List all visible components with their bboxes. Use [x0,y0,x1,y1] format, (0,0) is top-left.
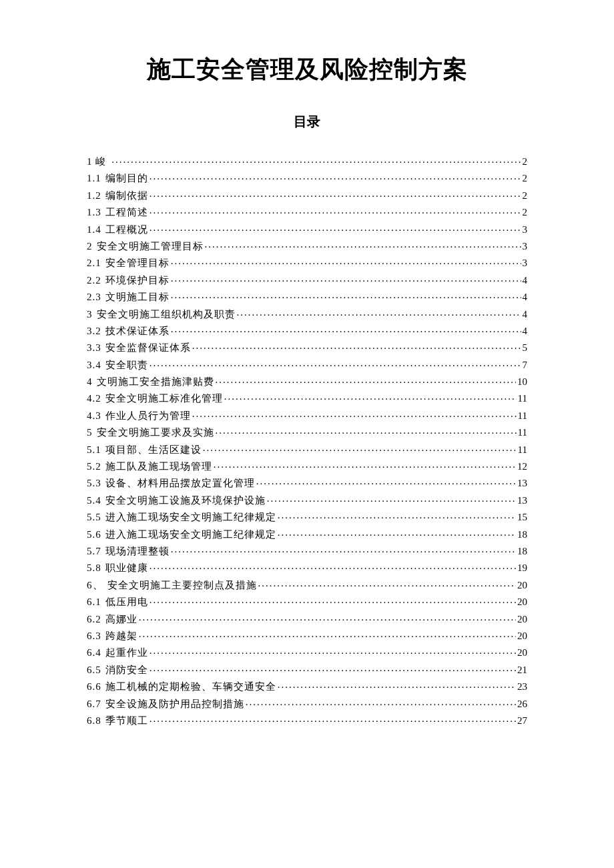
toc-entry-number: 6.3 [87,631,105,641]
toc-entry-label: 现场清理整顿 [105,546,170,556]
toc-leader-dots [171,324,521,334]
toc-entry-label: 项目部、生活区建设 [105,445,202,455]
toc-leader-dots [258,578,517,588]
toc-entry-label: 文明施工安全措施津贴费 [97,377,214,387]
toc-entry-number: 1.1 [87,173,105,183]
toc-entry-page: 27 [517,716,527,726]
toc-entry-page: 3 [523,242,528,252]
toc-entry: 3.2技术保证体系4 [87,324,527,341]
toc-leader-dots [192,409,517,419]
toc-entry-number: 5 [87,428,97,438]
toc-entry-page: 4 [523,310,528,320]
toc-entry-label: 跨越架 [105,631,137,641]
toc-leader-dots [192,341,521,351]
toc-leader-dots [149,171,521,181]
toc-entry-label: 进入施工现场安全文明施工纪律规定 [105,512,276,522]
toc-entry-label: 工程概况 [105,225,148,235]
toc-entry-label: 设备、材料用品摆放定置化管理 [105,478,255,488]
toc-leader-dots [149,595,516,605]
toc-entry-page: 11 [518,445,527,455]
toc-entry-label: 环境保护目标 [105,276,170,286]
toc-entry: 6.2高娜业20 [87,612,527,629]
toc-leader-dots [149,714,516,724]
toc-entry-number: 5.2 [87,462,105,472]
toc-entry-number: 3 [87,310,97,320]
toc-leader-dots [237,308,521,318]
toc-entry-label: 施工队及施工现场管理 [105,462,212,472]
toc-entry-number: 6.1 [87,597,105,607]
toc-entry-label: 消防安全 [105,665,148,675]
toc-entry-page: 19 [517,563,527,573]
toc-entry-page: 11 [518,428,527,438]
toc-leader-dots [171,256,521,266]
toc-leader-dots [171,290,521,300]
toc-entry: 3安全文明施工组织机构及职责4 [87,308,527,324]
toc-leader-dots [224,392,517,402]
toc-entry-page: 2 [523,191,528,201]
toc-entry-page: 11 [518,411,527,421]
toc-entry-number: 1.4 [87,225,105,235]
toc-entry-page: 21 [517,665,527,675]
toc-entry: 6.3跨越架20 [87,629,527,646]
toc-leader-dots [139,629,516,639]
toc-entry: 4.3作业人员行为管理11 [87,409,527,426]
toc-entry-label: 安全文明施工管理目标 [97,242,204,252]
toc-entry: 5.3设备、材料用品摆放定置化管理13 [87,476,527,493]
toc-leader-dots [246,697,516,707]
toc-entry-number: 2.3 [87,292,105,302]
toc-entry-page: 4 [523,276,528,286]
document-page: 施工安全管理及风险控制方案 目录 1 峻21.1编制目的21.2编制依据21.3… [0,0,614,731]
toc-entry-label: 起重作业 [105,648,148,658]
toc-entry-label: 进入施工现场安全文明施工纪律规定 [105,530,276,540]
toc-entry-number: 3.4 [87,360,105,370]
toc-entry-number: 2.2 [87,276,105,286]
toc-entry-number: 5.5 [87,512,105,522]
toc-entry-number: 6.4 [87,648,105,658]
toc-entry-number: 4 [87,377,97,387]
toc-entry-number: 5.4 [87,496,105,506]
toc-entry-page: 3 [523,258,528,268]
toc-entry-number: 5.1 [87,445,105,455]
toc-entry-number: 6.7 [87,699,105,709]
toc-entry-number: 2 [87,242,97,252]
toc-entry-number: 6.8 [87,716,105,726]
toc-entry-page: 20 [517,631,527,641]
toc-entry: 5.7现场清理整顿18 [87,544,527,561]
toc-entry: 2安全文明施工管理目标3 [87,240,527,256]
toc-entry-page: 15 [517,512,527,522]
toc-entry-page: 20 [517,648,527,658]
toc-leader-dots [149,358,521,368]
toc-entry-number: 6.5 [87,665,105,675]
toc-leader-dots [149,646,516,656]
toc-entry-page: 18 [517,546,527,556]
toc-entry-number: 4.2 [87,394,105,404]
toc-entry-label: 编制依据 [105,191,148,201]
toc-leader-dots [205,240,521,250]
toc-entry-number: 5.6 [87,530,105,540]
toc-entry: 4文明施工安全措施津贴费10 [87,375,527,392]
toc-entry: 1.2编制依据2 [87,189,527,205]
toc-entry-label: 文明施工目标 [105,292,170,302]
toc-entry-page: 2 [523,173,528,183]
toc-leader-dots [203,443,517,453]
toc-entry: 5.2施工队及施工现场管理12 [87,460,527,476]
toc-entry-label: 高娜业 [105,614,137,624]
toc-entry-number: 1.2 [87,191,105,201]
toc-entry-number: 6.6 [87,682,105,692]
toc-entry-page: 23 [517,682,527,692]
toc-entry-number: 3.2 [87,326,105,336]
toc-leader-dots [171,274,521,284]
toc-entry: 5.5进入施工现场安全文明施工纪律规定15 [87,510,527,527]
toc-entry-page: 20 [517,614,527,624]
toc-entry: 3.3安全监督保证体系5 [87,341,527,358]
toc-leader-dots [149,561,516,571]
toc-entry: 3.4安全职责7 [87,358,527,375]
toc-entry-page: 3 [523,225,528,235]
toc-leader-dots [278,680,516,690]
toc-entry-label: 安全监督保证体系 [105,343,191,353]
toc-leader-dots [149,189,521,199]
toc-leader-dots [139,612,516,622]
toc-entry: 5.4安全文明施工设施及环境保护设施13 [87,494,527,510]
toc-heading: 目录 [87,113,527,131]
toc-entry-label: 安全文明施工主要控制点及措施 [107,580,257,590]
